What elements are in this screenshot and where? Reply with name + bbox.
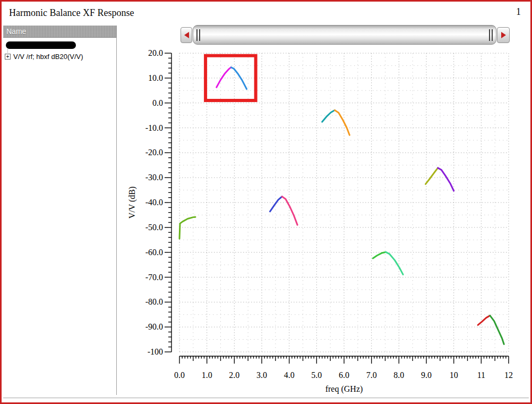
y-tick-label: 0.0 [152, 98, 163, 107]
x-tick-label: 0.0 [174, 371, 185, 380]
x-tick-label: 9.0 [421, 371, 432, 380]
y-tick-label: -20.0 [145, 148, 163, 157]
x-tick-label: 7.0 [366, 371, 377, 380]
grid [179, 53, 509, 352]
y-tick-label: -90.0 [145, 322, 163, 331]
x-tick-label: 2.0 [229, 371, 239, 380]
series-sideband-6-fall[interactable] [490, 316, 504, 344]
y-tick-label: -70.0 [145, 273, 163, 282]
x-tick-label: 8.0 [393, 371, 404, 380]
y-tick-label: 10.0 [148, 73, 163, 82]
x-tick-label: 11 [477, 371, 485, 380]
series-sideband-4-rise[interactable] [373, 252, 385, 258]
x-tick-label: 10 [450, 371, 458, 380]
waveform-window: Harmonic Balance XF Response 1 Name + V/… [0, 0, 532, 404]
y-tick-label: -60.0 [145, 248, 163, 257]
series-group [179, 68, 504, 344]
plot-canvas[interactable]: 20.010.00.0-10.0-20.0-30.0-40.0-50.0-60.… [2, 2, 532, 404]
series-sideband-2-rise[interactable] [270, 197, 282, 212]
x-tick-label: 1.0 [202, 371, 212, 380]
y-axis-title: V/V (dB) [127, 187, 137, 219]
x-axis-title: freq (GHz) [325, 384, 363, 394]
x-tick-label: 6.0 [339, 371, 349, 380]
y-tick-label: 20.0 [148, 48, 163, 57]
series-sideband-1-fall[interactable] [231, 68, 246, 89]
y-tick-label: -40.0 [145, 198, 163, 207]
series-sideband-3-fall[interactable] [334, 110, 349, 135]
series-sideband-5-rise[interactable] [425, 168, 437, 184]
series-sideband-3-rise[interactable] [322, 110, 335, 122]
series-sideband-4-fall[interactable] [386, 252, 404, 274]
x-tick-label: 12 [504, 371, 513, 380]
x-tick-label: 4.0 [284, 371, 295, 380]
series-sideband-1-rise[interactable] [217, 68, 231, 87]
x-tick-label: 3.0 [256, 371, 267, 380]
series-sideband-6-rise[interactable] [478, 316, 490, 325]
series-sideband-2-fall[interactable] [282, 197, 297, 225]
series-sideband-0-rise[interactable] [179, 217, 195, 239]
y-tick-label: -10.0 [145, 123, 163, 132]
x-tick-label: 5.0 [311, 371, 322, 380]
axis-labels: 20.010.00.0-10.0-20.0-30.0-40.0-50.0-60.… [127, 48, 513, 394]
y-tick-label: -30.0 [145, 173, 163, 182]
y-tick-label: -100 [148, 347, 163, 356]
y-tick-label: -80.0 [145, 297, 163, 306]
y-tick-label: -50.0 [145, 223, 163, 232]
